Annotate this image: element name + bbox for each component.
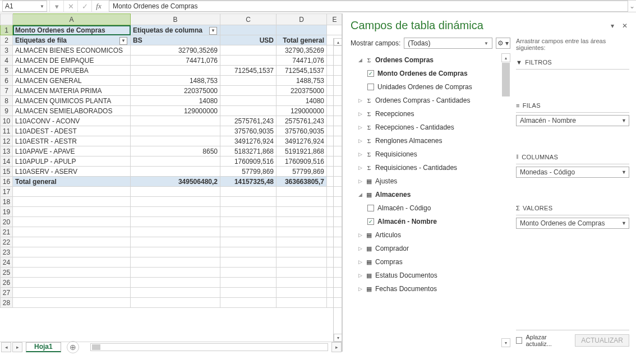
tree-group[interactable]: ▷ΣRecepciones - Cantidades [351,121,510,134]
row-header[interactable]: 6 [1,76,13,86]
cell[interactable]: 1760909,516 [220,156,276,167]
cell[interactable]: 220375000 [131,86,220,96]
cell[interactable]: L10APULP - APULP [13,156,131,167]
cell[interactable] [131,247,220,257]
tree-group[interactable]: ▷ΣRequisiciones - Cantidades [351,161,510,174]
cell[interactable] [131,268,220,278]
cell[interactable] [276,197,327,207]
cell[interactable] [131,207,220,217]
cell[interactable] [131,136,220,146]
cell[interactable]: 57799,869 [220,167,276,177]
cell[interactable] [13,197,131,207]
cell[interactable]: 375760,9035 [220,126,276,136]
cell[interactable] [13,257,131,268]
cell[interactable] [220,45,276,56]
cell[interactable] [220,86,276,96]
gear-icon[interactable]: ⚙ ▾ [496,38,510,49]
area-values-pill[interactable]: Monto Ordenes de Compras▼ [516,218,629,229]
row-header[interactable]: 23 [1,247,13,257]
name-box[interactable]: A1 ▼ [2,1,47,12]
cell[interactable] [276,288,327,298]
cell[interactable] [276,237,327,247]
cell[interactable]: ALMACEN BIENES ECONOMICOS [13,45,131,56]
cell[interactable]: 712545,1537 [220,66,276,76]
row-header[interactable]: 21 [1,227,13,237]
cell[interactable]: 712545,1537 [276,66,327,76]
cell[interactable]: 5191921,868 [276,146,327,156]
add-sheet-button[interactable]: ⊕ [67,341,79,353]
cell[interactable] [220,227,276,237]
cell[interactable]: L10ADEST - ADEST [13,126,131,136]
tree-item[interactable]: Almacén - Código [351,201,510,215]
cancel-button[interactable]: ✕ [63,1,77,12]
cell[interactable] [131,257,220,268]
filter-icon[interactable]: ▼ [119,37,127,45]
collapse-button[interactable]: ▾ [49,1,63,12]
row-header[interactable]: 15 [1,167,13,177]
cell[interactable]: 32790,35269 [131,45,220,56]
expand-formula-icon[interactable]: ⌄ [628,2,636,10]
tree-scrollbar[interactable]: ▴ ▾ [501,53,510,347]
cell[interactable] [220,257,276,268]
row-header[interactable]: 27 [1,288,13,298]
tree-item[interactable]: Almacén - Nombre [351,215,510,228]
column-header[interactable]: C [220,14,276,25]
chevron-down-icon[interactable]: ▼ [40,4,44,9]
cell-D2[interactable]: Total general [276,35,327,45]
cell[interactable]: ALMACEN QUIMICOS PLANTA [13,96,131,106]
cell[interactable] [13,247,131,257]
tree-group[interactable]: ◢▦Almacenes [351,188,510,201]
cell[interactable]: 129000000 [276,106,327,116]
sheet-nav-prev[interactable]: ◂ [1,342,11,352]
cell-B1[interactable]: Etiquetas de columna▼ [131,25,220,35]
cell[interactable]: ALMACEN MATERIA PRIMA [13,86,131,96]
cell[interactable] [276,217,327,227]
cell[interactable] [13,207,131,217]
cell[interactable]: 363663805,7 [276,177,327,187]
cell[interactable]: 3491276,924 [220,136,276,146]
show-fields-select[interactable]: (Todas)▼ [404,38,492,49]
tree-group[interactable]: ▷ΣRequisiciones [351,148,510,161]
tree-group[interactable]: ▷▦Ajustes [351,174,510,188]
confirm-button[interactable]: ✓ [77,1,91,12]
cell[interactable] [131,167,220,177]
tree-group[interactable]: ▷▦Compras [351,255,510,269]
cell[interactable] [131,126,220,136]
cell[interactable] [131,298,220,308]
cell[interactable]: ALMACEN GENERAL [13,76,131,86]
row-header[interactable]: 11 [1,126,13,136]
row-header[interactable]: 4 [1,56,13,66]
area-columns-pill[interactable]: Monedas - Código▼ [516,167,629,178]
cell[interactable]: ALMACEN DE PRUEBA [13,66,131,76]
cell[interactable]: 57799,869 [276,167,327,177]
cell[interactable] [220,247,276,257]
cell[interactable]: 74471,076 [276,56,327,66]
cell[interactable] [13,288,131,298]
cell[interactable]: 14080 [131,96,220,106]
row-header[interactable]: 26 [1,278,13,288]
cell[interactable] [220,106,276,116]
cell[interactable] [276,268,327,278]
cell[interactable] [131,227,220,237]
cell[interactable] [131,237,220,247]
cell[interactable] [220,197,276,207]
cell[interactable]: 8650 [131,146,220,156]
cell[interactable]: 349506480,2 [131,177,220,187]
cell[interactable]: 2575761,243 [276,116,327,126]
tree-group[interactable]: ▷▦Fechas Documentos [351,282,510,296]
cell-C2[interactable]: USD [220,35,276,45]
column-header[interactable]: E [327,14,342,25]
row-header[interactable]: 28 [1,298,13,308]
cell-A2[interactable]: Etiquetas de fila▼ [13,35,131,45]
cell[interactable]: ALMACEN SEMIELABORADOS [13,106,131,116]
cell[interactable]: L10AESTR - AESTR [13,136,131,146]
cell[interactable] [131,197,220,207]
row-header[interactable]: 20 [1,217,13,227]
tree-group[interactable]: ▷▦Comprador [351,242,510,255]
cell[interactable] [220,288,276,298]
cell[interactable] [220,96,276,106]
cell[interactable]: 129000000 [131,106,220,116]
row-header[interactable]: 17 [1,187,13,197]
cell[interactable]: 32790,35269 [276,45,327,56]
select-all-corner[interactable] [1,14,13,25]
